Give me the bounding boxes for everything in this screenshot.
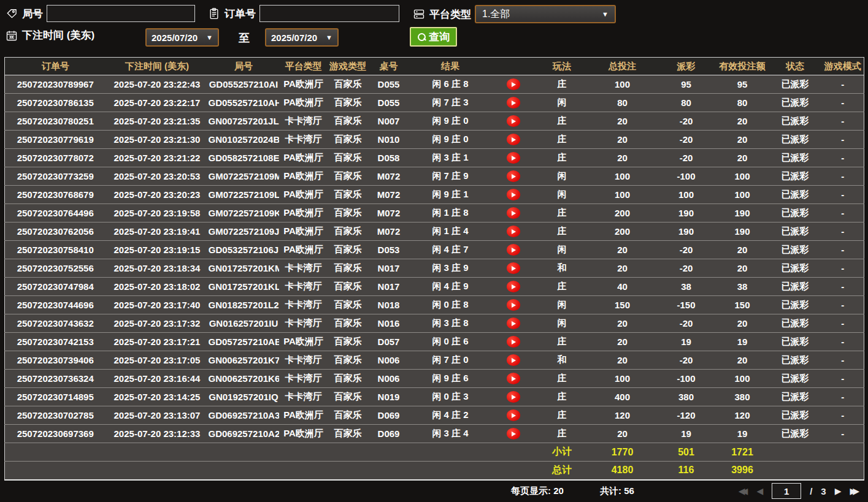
platform-cell: PA欧洲厅 — [279, 241, 328, 259]
bet-option-cell: 庄 — [536, 204, 589, 222]
total-bet-cell: 20 — [589, 131, 656, 149]
total-bet-cell: 100 — [589, 370, 656, 388]
replay-play-icon[interactable] — [507, 115, 520, 127]
game-no-cell: GN007257201JL — [209, 112, 279, 131]
status-cell: 已派彩 — [769, 167, 822, 186]
bet-option-cell: 和 — [536, 351, 589, 370]
replay-play-icon[interactable] — [507, 170, 520, 182]
result-cell: 闲 0 庄 3 — [410, 388, 491, 406]
total-bet-cell: 40 — [589, 278, 656, 296]
valid-bet-cell: 100 — [716, 167, 769, 186]
game-no-cell: GN017257201KL — [209, 278, 279, 296]
replay-play-icon[interactable] — [507, 391, 520, 403]
platform-type-select[interactable]: 1.全部 ▼ — [475, 5, 616, 23]
first-page-icon[interactable]: ◀◀ — [739, 486, 748, 496]
replay-play-icon[interactable] — [507, 226, 520, 237]
status-cell: 已派彩 — [769, 131, 822, 149]
date-from-select[interactable]: 2025/07/20 ▼ — [145, 28, 219, 47]
search-button[interactable]: 查询 — [410, 27, 457, 47]
bet-option-cell: 闲 — [536, 167, 589, 186]
replay-cell — [491, 388, 536, 406]
total-bet-cell: 20 — [589, 425, 656, 443]
game-type-cell: 百家乐 — [328, 204, 368, 222]
replay-play-icon[interactable] — [507, 262, 520, 274]
valid-bet-cell: 20 — [716, 259, 769, 278]
replay-play-icon[interactable] — [507, 78, 520, 90]
replay-play-icon[interactable] — [507, 244, 520, 256]
total-bet-cell: 120 — [589, 406, 656, 425]
replay-play-icon[interactable] — [507, 281, 520, 292]
platform-cell: PA欧洲厅 — [279, 425, 328, 443]
column-header-0: 订单号 — [5, 58, 106, 75]
game-no-input[interactable] — [47, 5, 195, 22]
game-mode-cell: - — [822, 278, 864, 296]
game-mode-cell: - — [822, 131, 864, 149]
order-no-input[interactable] — [259, 5, 399, 22]
current-page-input[interactable] — [772, 483, 801, 499]
platform-cell: 卡卡湾厅 — [279, 388, 328, 406]
next-page-icon[interactable]: ▶ — [835, 486, 842, 496]
game-mode-cell: - — [822, 94, 864, 112]
bet-time-cell: 2025-07-20 23:17:40 — [106, 296, 209, 314]
status-cell: 已派彩 — [769, 296, 822, 314]
subtotal-payout: 501 — [656, 443, 716, 462]
total-bet-cell: 200 — [589, 222, 656, 241]
empty-cell — [410, 462, 491, 480]
table-row: 2507202307436322025-07-20 23:17:32GN0162… — [5, 314, 864, 333]
page-size-label: 每页显示: 20 — [511, 485, 564, 497]
platform-cell: 卡卡湾厅 — [279, 131, 328, 149]
table-no-cell: D055 — [368, 75, 410, 94]
order-no-cell: 250720230739406 — [5, 351, 106, 370]
replay-play-icon[interactable] — [507, 189, 520, 200]
platform-cell: 卡卡湾厅 — [279, 296, 328, 314]
table-row: 2507202307479842025-07-20 23:18:02GN0172… — [5, 278, 864, 296]
replay-play-icon[interactable] — [507, 207, 520, 219]
game-type-cell: 百家乐 — [328, 406, 368, 425]
game-mode-cell: - — [822, 388, 864, 406]
game-no-cell: GM0722572109K — [209, 204, 279, 222]
table-row: 2507202307620562025-07-20 23:19:41GM0722… — [5, 222, 864, 241]
replay-play-icon[interactable] — [507, 97, 520, 108]
replay-play-icon[interactable] — [507, 428, 520, 439]
chevron-down-icon: ▼ — [326, 34, 332, 41]
replay-play-icon[interactable] — [507, 354, 520, 366]
order-no-label: 订单号 — [225, 7, 256, 21]
replay-play-icon[interactable] — [507, 336, 520, 348]
date-to-select[interactable]: 2025/07/20 ▼ — [265, 28, 339, 47]
order-no-cell: 250720230744696 — [5, 296, 106, 314]
game-type-cell: 百家乐 — [328, 278, 368, 296]
empty-cell — [328, 443, 368, 462]
grand-total-label: 总计 — [536, 462, 589, 480]
order-no-cell: 250720230714895 — [5, 388, 106, 406]
bet-time-cell: 2025-07-20 23:17:05 — [106, 351, 209, 370]
bet-time-cell: 2025-07-20 23:18:02 — [106, 278, 209, 296]
replay-play-icon[interactable] — [507, 318, 520, 329]
previous-page-icon[interactable]: ◀ — [756, 486, 763, 496]
replay-play-icon[interactable] — [507, 373, 520, 384]
platform-cell: 卡卡湾厅 — [279, 259, 328, 278]
valid-bet-cell: 20 — [716, 149, 769, 167]
bet-option-cell: 庄 — [536, 75, 589, 94]
replay-play-icon[interactable] — [507, 152, 520, 164]
payout-cell: 100 — [656, 186, 716, 204]
last-page-icon[interactable]: ▶▶ — [850, 486, 859, 496]
replay-cell — [491, 186, 536, 204]
replay-play-icon[interactable] — [507, 409, 520, 421]
replay-play-icon[interactable] — [507, 134, 520, 145]
bet-time-cell: 2025-07-20 23:13:07 — [106, 406, 209, 425]
game-type-cell: 百家乐 — [328, 241, 368, 259]
empty-cell — [279, 462, 328, 480]
table-no-cell: N017 — [368, 259, 410, 278]
replay-cell — [491, 75, 536, 94]
total-bet-cell: 150 — [589, 296, 656, 314]
game-type-cell: 百家乐 — [328, 333, 368, 351]
column-header-10: 派彩 — [656, 58, 716, 75]
valid-bet-cell: 190 — [716, 204, 769, 222]
empty-cell — [106, 443, 209, 462]
replay-play-icon[interactable] — [507, 299, 520, 311]
order-no-cell: 250720230758410 — [5, 241, 106, 259]
result-cell: 闲 1 庄 8 — [410, 204, 491, 222]
game-mode-cell: - — [822, 167, 864, 186]
bet-time-label: 下注时间 (美东) — [22, 28, 94, 42]
empty-cell — [769, 443, 822, 462]
